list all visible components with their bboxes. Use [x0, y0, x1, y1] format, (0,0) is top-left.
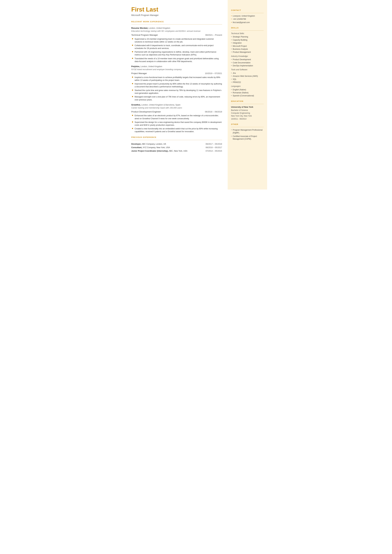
prev-role-1: Developer, ABC Company, London, UK [131, 142, 202, 146]
bullet-icon [132, 90, 133, 91]
job-1-bullets: Supervised a 15-member engineering team … [132, 38, 222, 63]
job-3-bullets: Enhanced the sales of an electronic prod… [132, 114, 222, 133]
industry-skills-label: Industry Knowledge: [231, 55, 264, 58]
job-1-title: Technical Program Manager [131, 34, 158, 37]
skill-item: Amazon Web Services (AWS) [231, 75, 264, 77]
job-1-dates: 08/2021 – Present [205, 34, 222, 37]
prev-role-1-bold: Developer, [131, 143, 141, 145]
company-3-bold: Growthsi, [131, 104, 141, 106]
bullet-icon [132, 77, 133, 78]
bullet-text: Translated the needs of a 10-member team… [135, 57, 222, 63]
bullet-text: Slashed the cycle time and grew sales re… [135, 89, 222, 95]
bullet-icon [132, 83, 133, 84]
skill-item: Code Documentation [231, 61, 264, 64]
company-2-tagline: NYSE-listed recruitment and employer bra… [131, 68, 222, 71]
previous-exp-label: PREVIOUS EXPERIENCE [131, 136, 222, 139]
industry-skills-list: Product Development Code Documentation D… [231, 58, 264, 67]
prev-role-3-bold: Junior Project Coordinator (Internship), [131, 150, 168, 152]
bullet-text: Supervised the design for a new engineer… [135, 121, 222, 126]
left-column: First Last Microsoft Program Manager REL… [125, 0, 228, 189]
job-2-bullets: Inspired a cross-functional team to achi… [132, 76, 222, 101]
job-3-dates: 06/2018 – 09/2019 [205, 110, 222, 113]
bullet-text: Enhanced the sales of an electronic prod… [135, 114, 222, 120]
bullet-item: Collaborated with 8 departments to track… [132, 44, 222, 50]
contact-phone: +44 123456789 [231, 18, 264, 21]
divider-other [231, 127, 264, 127]
bullet-item: Supervised a 15-member engineering team … [132, 38, 222, 43]
edu-dates: 10/2011 - 06/2014 [231, 118, 264, 120]
tools-skills-label: Tools and Software: [231, 68, 264, 71]
edu-degree: Bachelor of Science [231, 109, 264, 112]
bullet-text: Partnered with 18 engineering organizati… [135, 50, 222, 56]
divider-education [231, 104, 264, 104]
bullet-text: Supervised a 15-member engineering team … [135, 38, 222, 43]
skill-item: Product Management [231, 51, 264, 54]
other-list: Program Management Professional (PgMP). … [231, 129, 264, 140]
job-2-row: Project Manager 10/2019 – 07/2021 [131, 72, 222, 75]
skill-item: Integration [231, 42, 264, 44]
technical-skills-label: Technical Skills: [231, 32, 264, 35]
contact-list: Liverpool, United Kingdom +44 123456789 … [231, 15, 264, 24]
company-3-location: London, United Kingdom & Barcelona, Spai… [141, 104, 181, 106]
bullet-item: Managed oversight over a test plan of 75… [132, 95, 222, 101]
prev-row-1: Developer, ABC Company, London, UK 06/20… [131, 142, 222, 146]
skill-item: Romanian (Native) [231, 91, 264, 94]
bullet-icon [132, 58, 133, 59]
job-block-3: Growthsi, London, United Kingdom & Barce… [131, 104, 222, 133]
prev-dates-1: 06/2017 – 05/2018 [202, 142, 222, 146]
company-3-tagline: Career training and membership SaaS with… [131, 106, 222, 109]
bullet-item: Inspired a cross-functional team to achi… [132, 76, 222, 82]
bullet-text: Created a new functionality into an embe… [135, 127, 222, 133]
contact-label: CONTACT [231, 9, 264, 12]
company-1-bold: Resume Worded, [131, 27, 148, 29]
company-1-name: Resume Worded, London, United Kingdom [131, 27, 222, 30]
job-3-row: Product Development Engineer 06/2018 – 0… [131, 110, 222, 113]
previous-experience-table: Developer, ABC Company, London, UK 06/20… [131, 142, 222, 153]
bullet-item: Enhanced the sales of an electronic prod… [132, 114, 222, 120]
skill-item: PRINCE2 [231, 81, 264, 84]
skill-item: Microsoft Project [231, 45, 264, 48]
bullet-icon [132, 121, 133, 123]
bullet-text: Inspired a cross-functional team to achi… [135, 76, 222, 82]
job-block-1: Resume Worded, London, United Kingdom Ed… [131, 27, 222, 63]
job-3-title: Product Development Engineer [131, 110, 161, 113]
edu-field: Computer Engineering [231, 112, 264, 114]
languages-label: Languages: [231, 85, 264, 88]
skill-item: Business Analysis [231, 48, 264, 50]
bullet-icon [132, 45, 133, 46]
company-2-bold: Polyhire, [131, 65, 140, 68]
other-item: Certified Associate of Project Managemen… [231, 135, 264, 140]
education-label: EDUCATION [231, 100, 264, 103]
bullet-text: Managed oversight over a test plan of 75… [135, 95, 222, 101]
job-2-dates: 10/2019 – 07/2021 [205, 72, 222, 75]
prev-row-3: Junior Project Coordinator (Internship),… [131, 149, 222, 153]
bullet-text: Improved the project team's productivity… [135, 83, 222, 88]
prev-role-2-bold: Consultant, [131, 146, 142, 149]
bullet-icon [132, 115, 133, 116]
tools-skills-list: Jira Amazon Web Services (AWS) SQL PRINC… [231, 72, 264, 84]
bullet-text: Collaborated with 8 departments to track… [135, 44, 222, 50]
bullet-item: Slashed the cycle time and grew sales re… [132, 89, 222, 95]
skill-item: Spanish (Conversational) [231, 94, 264, 97]
languages-list: English (Native) Romanian (Native) Spani… [231, 88, 264, 97]
technical-skills-list: Strategic Planning Capacity Building Int… [231, 35, 264, 54]
skills-label: SKILLS [231, 27, 264, 29]
skill-item: Strategic Planning [231, 35, 264, 38]
candidate-title: Microsoft Program Manager [131, 14, 222, 17]
contact-location: Liverpool, United Kingdom [231, 15, 264, 17]
skill-item: Product Development [231, 58, 264, 61]
edu-location: New York City, New York [231, 115, 264, 117]
divider-skills [231, 30, 264, 31]
job-2-title: Project Manager [131, 72, 147, 75]
resume-page: First Last Microsoft Program Manager REL… [125, 0, 267, 189]
company-1-location: London, United Kingdom [148, 27, 170, 29]
bullet-item: Partnered with 18 engineering organizati… [132, 50, 222, 56]
prev-dates-3: 07/2014 – 05/2015 [202, 149, 222, 153]
right-column: CONTACT Liverpool, United Kingdom +44 12… [228, 0, 267, 189]
job-block-2: Polyhire, London, United Kingdom NYSE-li… [131, 65, 222, 101]
company-2-name: Polyhire, London, United Kingdom [131, 65, 222, 68]
candidate-name: First Last [131, 6, 222, 13]
bullet-item: Improved the project team's productivity… [132, 83, 222, 88]
skill-item: DevOps Implementation [231, 64, 264, 67]
prev-role-2: Consultant, XYZ Company, New York, USA [131, 146, 202, 149]
